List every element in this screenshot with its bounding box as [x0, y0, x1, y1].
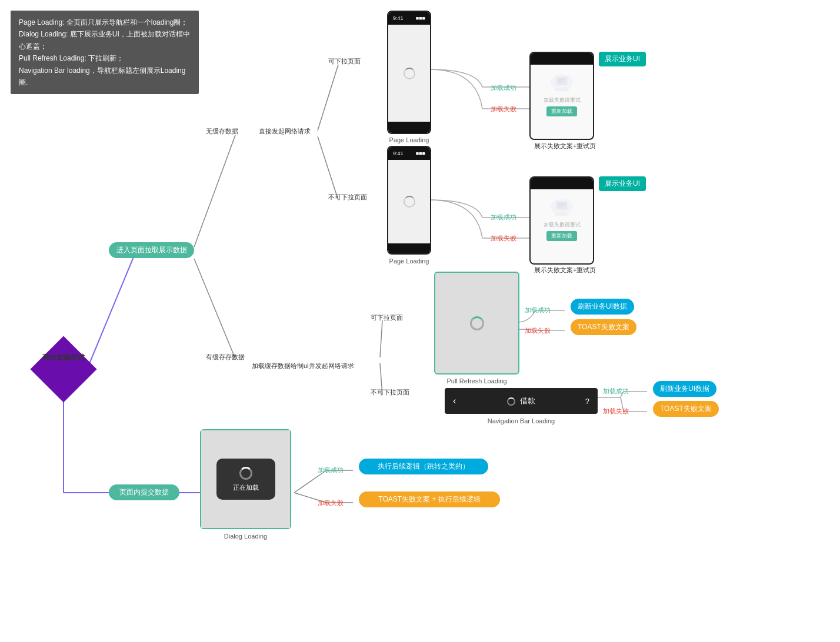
toast-fail-2: TOAST失败文案 — [653, 401, 719, 417]
phone-top-bar-1: 9:41■■■ — [388, 12, 430, 25]
enter-page-node: 进入页面拉取展示数据 — [109, 242, 194, 258]
caption-dialog: Dialog Loading — [200, 533, 291, 540]
load-success-1: 加载成功 — [491, 83, 516, 92]
caption-pull-refresh: Pull Refresh Loading — [434, 377, 519, 384]
no-cache-label: 无缓存数据 — [206, 127, 238, 136]
error-phone-2: 加载失败请重试 重新加载 — [529, 176, 594, 265]
load-fail-1: 加载失败 — [491, 105, 516, 113]
load-fail-2: 加载失败 — [491, 234, 516, 243]
retry-btn-1[interactable]: 重新加载 — [546, 106, 577, 116]
error-phone-body-2: 加载失败请重试 重新加载 — [531, 189, 593, 247]
error-phone-top-1 — [531, 53, 593, 65]
desc-line-1: Page Loading: 全页面只展示导航栏和一个loading圈； — [19, 16, 191, 28]
toast-plus-logic: TOAST失败文案 + 执行后续逻辑 — [359, 491, 500, 507]
show-business-ui-label-2: 展示业务UI — [599, 176, 646, 191]
desc-line-3: Pull Refresh Loading: 下拉刷新； — [19, 52, 191, 64]
no-pull-down-label-2: 不可下拉页面 — [371, 388, 409, 397]
svg-point-34 — [555, 212, 569, 216]
desc-line-2: Dialog Loading: 底下展示业务UI，上面被加载对话框中心遮盖； — [19, 28, 191, 52]
retry-btn-2[interactable]: 重新加载 — [546, 231, 577, 241]
caption-page-loading-1: Page Loading — [381, 136, 437, 143]
phone-nav-1 — [388, 122, 430, 134]
caption-nav-bar: Navigation Bar Loading — [445, 417, 598, 424]
load-fail-3: 加载失败 — [525, 326, 551, 335]
phone-body-2 — [388, 160, 430, 243]
diamond-label: 弹出加载样式 — [32, 353, 95, 363]
error-illustration-2 — [547, 195, 576, 219]
error-phone-body-1: 加载失败请重试 重新加载 — [531, 65, 593, 122]
load-success-2: 加载成功 — [491, 213, 516, 222]
dialog-spinner — [239, 467, 252, 480]
svg-rect-35 — [556, 202, 568, 210]
refresh-ui-data-2: 刷新业务UI数据 — [653, 381, 716, 397]
error-phone-1: 加载失败请重试 重新加载 — [529, 52, 594, 140]
error-illustration-1 — [547, 71, 576, 94]
caption-page-loading-2: Page Loading — [381, 258, 437, 265]
svg-line-4 — [194, 259, 235, 359]
svg-line-7 — [380, 320, 382, 357]
error-text-2: 加载失败请重试 — [544, 221, 581, 229]
phone-body-1 — [388, 25, 430, 122]
has-cache-label: 有缓存存数据 — [206, 353, 245, 362]
svg-line-0 — [87, 253, 135, 369]
diamond-shape — [30, 336, 96, 402]
phone-top-bar-2: 9:41■■■ — [388, 147, 430, 160]
desc-line-4: Navigation Bar loading，导航栏标题左侧展示Loading圈… — [19, 65, 191, 89]
show-business-ui-label-1: 展示业务UI — [599, 52, 646, 66]
toast-fail-1: TOAST失败文案 — [571, 319, 636, 335]
error-text-1: 加载失败请重试 — [544, 96, 581, 104]
svg-line-3 — [194, 135, 235, 247]
svg-point-29 — [555, 88, 569, 91]
refresh-ui-data-1: 刷新业务UI数据 — [571, 299, 634, 315]
cache-request-label: 加载缓存数据给制ui并发起网络请求 — [252, 362, 381, 370]
dialog-inner: 正在加载 — [216, 459, 275, 500]
phone-pull-refresh — [434, 272, 519, 374]
diagram-container: Page Loading: 全页面只展示导航栏和一个loading圈； Dial… — [0, 0, 840, 642]
submit-page-node: 页面内提交数据 — [109, 484, 179, 500]
pull-down-label-2: 可下拉页面 — [371, 313, 403, 322]
load-fail-5: 加载失败 — [318, 499, 344, 507]
show-fail-retry-label-2: 展示失败文案+重试页 — [534, 266, 596, 275]
direct-request-label: 直接发起网络请求 — [259, 127, 311, 136]
execute-logic: 执行后续逻辑（跳转之类的） — [359, 459, 488, 474]
description-box: Page Loading: 全页面只展示导航栏和一个loading圈； Dial… — [11, 11, 199, 94]
error-phone-top-2 — [531, 178, 593, 189]
svg-line-5 — [318, 65, 338, 131]
show-fail-retry-label-1: 展示失败文案+重试页 — [534, 142, 596, 151]
phone-nav-bar-loading: ‹ 借款 ? — [445, 388, 598, 414]
pull-spinner — [470, 316, 484, 330]
nav-spinner — [507, 397, 515, 406]
phone-nav-2 — [388, 243, 430, 255]
no-pull-down-label-1: 不可下拉页面 — [328, 193, 367, 202]
svg-line-6 — [318, 136, 338, 200]
phone-page-loading-1: 9:41■■■ — [387, 11, 431, 134]
dialog-mockup: 正在加载 — [200, 429, 291, 529]
phone-page-loading-2: 9:41■■■ — [387, 146, 431, 255]
spinner-1 — [404, 68, 415, 79]
load-success-3: 加载成功 — [525, 306, 551, 315]
spinner-2 — [404, 196, 415, 208]
svg-rect-30 — [556, 77, 568, 85]
dialog-loading-text: 正在加载 — [233, 483, 259, 492]
load-fail-4: 加载失败 — [603, 407, 629, 416]
nav-title: 借款 — [520, 396, 535, 405]
pull-down-label-1: 可下拉页面 — [328, 57, 361, 66]
load-success-4: 加载成功 — [603, 387, 629, 396]
load-success-5: 加载成功 — [318, 466, 344, 474]
